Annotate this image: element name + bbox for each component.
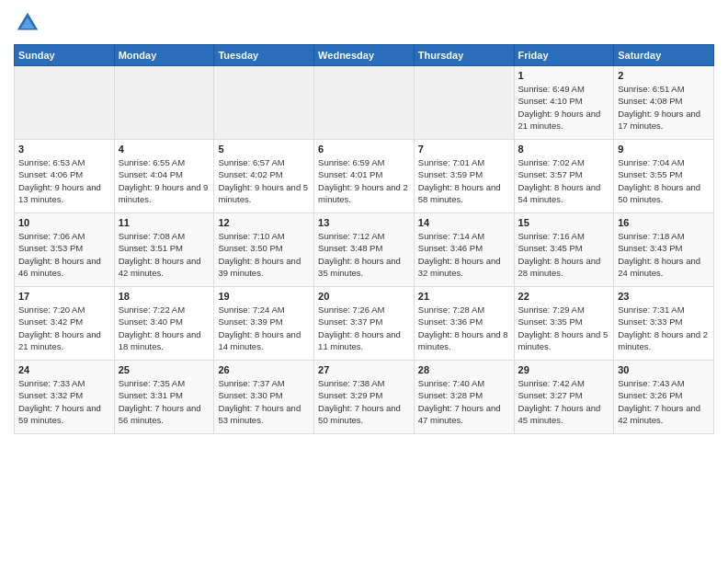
weekday-header-friday: Friday: [514, 45, 614, 66]
day-number: 22: [518, 291, 610, 302]
calendar-cell: 15Sunrise: 7:16 AM Sunset: 3:45 PM Dayli…: [514, 213, 614, 287]
day-number: 18: [119, 291, 210, 302]
day-info: Sunrise: 6:51 AM Sunset: 4:08 PM Dayligh…: [618, 83, 710, 132]
calendar-cell: 20Sunrise: 7:26 AM Sunset: 3:37 PM Dayli…: [314, 287, 415, 361]
day-number: 10: [18, 217, 110, 228]
calendar-cell: 10Sunrise: 7:06 AM Sunset: 3:53 PM Dayli…: [15, 213, 115, 287]
day-info: Sunrise: 6:55 AM Sunset: 4:04 PM Dayligh…: [119, 156, 210, 205]
day-info: Sunrise: 7:42 AM Sunset: 3:27 PM Dayligh…: [518, 377, 610, 426]
calendar-cell: 3Sunrise: 6:53 AM Sunset: 4:06 PM Daylig…: [15, 140, 115, 213]
calendar-cell: 22Sunrise: 7:29 AM Sunset: 3:35 PM Dayli…: [514, 287, 614, 361]
day-info: Sunrise: 7:26 AM Sunset: 3:37 PM Dayligh…: [318, 304, 410, 352]
calendar-cell: 7Sunrise: 7:01 AM Sunset: 3:59 PM Daylig…: [414, 140, 514, 213]
weekday-header-saturday: Saturday: [614, 45, 714, 66]
day-info: Sunrise: 7:40 AM Sunset: 3:28 PM Dayligh…: [418, 377, 510, 426]
calendar-cell: 1Sunrise: 6:49 AM Sunset: 4:10 PM Daylig…: [514, 66, 614, 140]
day-info: Sunrise: 7:28 AM Sunset: 3:36 PM Dayligh…: [418, 304, 510, 352]
calendar-week-row: 24Sunrise: 7:33 AM Sunset: 3:32 PM Dayli…: [15, 361, 714, 434]
day-number: 9: [618, 144, 710, 155]
calendar-cell: 8Sunrise: 7:02 AM Sunset: 3:57 PM Daylig…: [514, 140, 614, 213]
calendar-cell: [314, 66, 415, 140]
day-number: 1: [518, 70, 610, 81]
header: [14, 9, 714, 37]
day-info: Sunrise: 7:12 AM Sunset: 3:48 PM Dayligh…: [318, 230, 410, 279]
day-number: 16: [618, 217, 710, 228]
day-info: Sunrise: 7:16 AM Sunset: 3:45 PM Dayligh…: [518, 230, 610, 279]
day-info: Sunrise: 7:33 AM Sunset: 3:32 PM Dayligh…: [18, 377, 110, 426]
day-number: 15: [518, 217, 610, 228]
weekday-header-tuesday: Tuesday: [214, 45, 314, 66]
day-info: Sunrise: 7:31 AM Sunset: 3:33 PM Dayligh…: [618, 304, 710, 352]
day-number: 5: [218, 144, 310, 155]
calendar-cell: 2Sunrise: 6:51 AM Sunset: 4:08 PM Daylig…: [614, 66, 714, 140]
logo: [14, 9, 45, 37]
day-number: 29: [518, 364, 610, 375]
day-number: 2: [618, 70, 710, 81]
day-number: 20: [318, 291, 410, 302]
day-info: Sunrise: 7:02 AM Sunset: 3:57 PM Dayligh…: [518, 156, 610, 205]
day-number: 19: [218, 291, 310, 302]
day-number: 11: [119, 217, 210, 228]
calendar-cell: [214, 66, 314, 140]
calendar-week-row: 1Sunrise: 6:49 AM Sunset: 4:10 PM Daylig…: [15, 66, 714, 140]
day-info: Sunrise: 7:38 AM Sunset: 3:29 PM Dayligh…: [318, 377, 410, 426]
calendar-cell: 14Sunrise: 7:14 AM Sunset: 3:46 PM Dayli…: [414, 213, 514, 287]
logo-icon: [14, 9, 41, 37]
day-info: Sunrise: 7:06 AM Sunset: 3:53 PM Dayligh…: [18, 230, 110, 279]
day-number: 23: [618, 291, 710, 302]
weekday-header-monday: Monday: [114, 45, 214, 66]
day-info: Sunrise: 7:08 AM Sunset: 3:51 PM Dayligh…: [119, 230, 210, 279]
calendar-cell: 13Sunrise: 7:12 AM Sunset: 3:48 PM Dayli…: [314, 213, 415, 287]
day-info: Sunrise: 6:57 AM Sunset: 4:02 PM Dayligh…: [218, 156, 310, 205]
calendar-cell: 6Sunrise: 6:59 AM Sunset: 4:01 PM Daylig…: [314, 140, 415, 213]
day-number: 7: [418, 144, 510, 155]
day-info: Sunrise: 7:37 AM Sunset: 3:30 PM Dayligh…: [218, 377, 310, 426]
day-info: Sunrise: 6:53 AM Sunset: 4:06 PM Dayligh…: [18, 156, 110, 205]
day-info: Sunrise: 6:59 AM Sunset: 4:01 PM Dayligh…: [318, 156, 410, 205]
day-info: Sunrise: 7:29 AM Sunset: 3:35 PM Dayligh…: [518, 304, 610, 352]
day-number: 24: [18, 364, 110, 375]
calendar-cell: 30Sunrise: 7:43 AM Sunset: 3:26 PM Dayli…: [614, 361, 714, 434]
day-info: Sunrise: 7:10 AM Sunset: 3:50 PM Dayligh…: [218, 230, 310, 279]
calendar-cell: 12Sunrise: 7:10 AM Sunset: 3:50 PM Dayli…: [214, 213, 314, 287]
day-number: 3: [18, 144, 110, 155]
calendar-week-row: 10Sunrise: 7:06 AM Sunset: 3:53 PM Dayli…: [15, 213, 714, 287]
calendar-cell: 24Sunrise: 7:33 AM Sunset: 3:32 PM Dayli…: [15, 361, 115, 434]
day-info: Sunrise: 7:18 AM Sunset: 3:43 PM Dayligh…: [618, 230, 710, 279]
day-number: 4: [119, 144, 210, 155]
calendar-table: SundayMondayTuesdayWednesdayThursdayFrid…: [14, 44, 714, 434]
calendar-week-row: 17Sunrise: 7:20 AM Sunset: 3:42 PM Dayli…: [15, 287, 714, 361]
calendar-cell: 27Sunrise: 7:38 AM Sunset: 3:29 PM Dayli…: [314, 361, 415, 434]
page: SundayMondayTuesdayWednesdayThursdayFrid…: [0, 0, 728, 563]
calendar-cell: 16Sunrise: 7:18 AM Sunset: 3:43 PM Dayli…: [614, 213, 714, 287]
calendar-week-row: 3Sunrise: 6:53 AM Sunset: 4:06 PM Daylig…: [15, 140, 714, 213]
day-info: Sunrise: 7:22 AM Sunset: 3:40 PM Dayligh…: [119, 304, 210, 352]
day-info: Sunrise: 7:04 AM Sunset: 3:55 PM Dayligh…: [618, 156, 710, 205]
calendar-cell: 29Sunrise: 7:42 AM Sunset: 3:27 PM Dayli…: [514, 361, 614, 434]
weekday-header-thursday: Thursday: [414, 45, 514, 66]
day-number: 27: [318, 364, 410, 375]
day-number: 30: [618, 364, 710, 375]
day-number: 6: [318, 144, 410, 155]
day-number: 17: [18, 291, 110, 302]
day-info: Sunrise: 7:01 AM Sunset: 3:59 PM Dayligh…: [418, 156, 510, 205]
calendar-cell: 26Sunrise: 7:37 AM Sunset: 3:30 PM Dayli…: [214, 361, 314, 434]
calendar-cell: 11Sunrise: 7:08 AM Sunset: 3:51 PM Dayli…: [114, 213, 214, 287]
day-info: Sunrise: 7:14 AM Sunset: 3:46 PM Dayligh…: [418, 230, 510, 279]
calendar-cell: 19Sunrise: 7:24 AM Sunset: 3:39 PM Dayli…: [214, 287, 314, 361]
calendar-cell: [114, 66, 214, 140]
day-number: 25: [119, 364, 210, 375]
calendar-cell: 9Sunrise: 7:04 AM Sunset: 3:55 PM Daylig…: [614, 140, 714, 213]
day-number: 13: [318, 217, 410, 228]
calendar-header: SundayMondayTuesdayWednesdayThursdayFrid…: [15, 45, 714, 66]
day-info: Sunrise: 7:20 AM Sunset: 3:42 PM Dayligh…: [18, 304, 110, 352]
day-number: 14: [418, 217, 510, 228]
day-info: Sunrise: 7:43 AM Sunset: 3:26 PM Dayligh…: [618, 377, 710, 426]
day-number: 28: [418, 364, 510, 375]
calendar-cell: 5Sunrise: 6:57 AM Sunset: 4:02 PM Daylig…: [214, 140, 314, 213]
day-number: 26: [218, 364, 310, 375]
calendar-cell: 23Sunrise: 7:31 AM Sunset: 3:33 PM Dayli…: [614, 287, 714, 361]
day-info: Sunrise: 6:49 AM Sunset: 4:10 PM Dayligh…: [518, 83, 610, 132]
calendar-cell: 28Sunrise: 7:40 AM Sunset: 3:28 PM Dayli…: [414, 361, 514, 434]
weekday-header-wednesday: Wednesday: [314, 45, 415, 66]
